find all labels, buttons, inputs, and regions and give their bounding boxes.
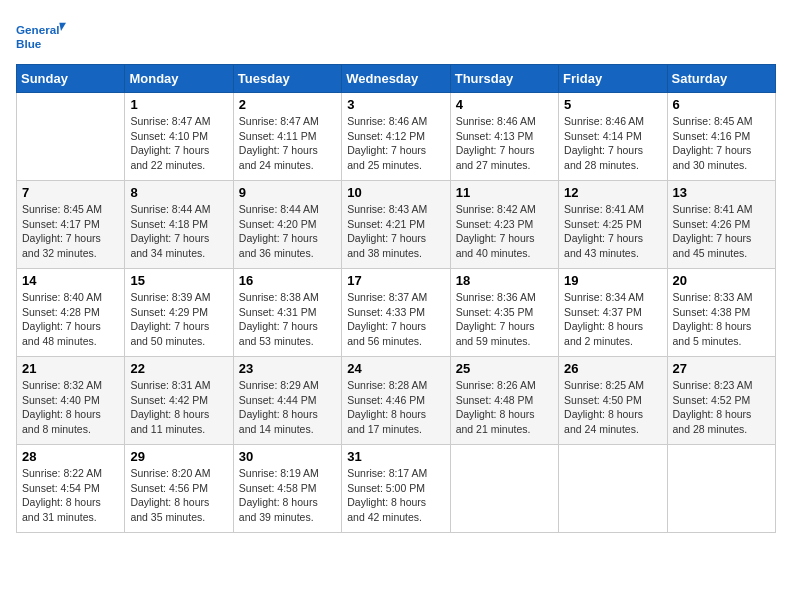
day-info: Sunrise: 8:36 AMSunset: 4:35 PMDaylight:… [456, 290, 553, 349]
calendar-cell: 23Sunrise: 8:29 AMSunset: 4:44 PMDayligh… [233, 357, 341, 445]
day-info: Sunrise: 8:29 AMSunset: 4:44 PMDaylight:… [239, 378, 336, 437]
calendar-cell: 29Sunrise: 8:20 AMSunset: 4:56 PMDayligh… [125, 445, 233, 533]
day-info: Sunrise: 8:46 AMSunset: 4:12 PMDaylight:… [347, 114, 444, 173]
day-number: 11 [456, 185, 553, 200]
day-info: Sunrise: 8:46 AMSunset: 4:13 PMDaylight:… [456, 114, 553, 173]
day-header-friday: Friday [559, 65, 667, 93]
day-number: 13 [673, 185, 770, 200]
calendar-cell: 3Sunrise: 8:46 AMSunset: 4:12 PMDaylight… [342, 93, 450, 181]
calendar-cell: 20Sunrise: 8:33 AMSunset: 4:38 PMDayligh… [667, 269, 775, 357]
day-number: 3 [347, 97, 444, 112]
day-info: Sunrise: 8:23 AMSunset: 4:52 PMDaylight:… [673, 378, 770, 437]
calendar-cell: 25Sunrise: 8:26 AMSunset: 4:48 PMDayligh… [450, 357, 558, 445]
calendar-table: SundayMondayTuesdayWednesdayThursdayFrid… [16, 64, 776, 533]
day-info: Sunrise: 8:26 AMSunset: 4:48 PMDaylight:… [456, 378, 553, 437]
day-number: 2 [239, 97, 336, 112]
day-info: Sunrise: 8:32 AMSunset: 4:40 PMDaylight:… [22, 378, 119, 437]
day-info: Sunrise: 8:19 AMSunset: 4:58 PMDaylight:… [239, 466, 336, 525]
day-info: Sunrise: 8:17 AMSunset: 5:00 PMDaylight:… [347, 466, 444, 525]
day-info: Sunrise: 8:40 AMSunset: 4:28 PMDaylight:… [22, 290, 119, 349]
day-number: 16 [239, 273, 336, 288]
day-number: 14 [22, 273, 119, 288]
day-header-sunday: Sunday [17, 65, 125, 93]
calendar-cell: 5Sunrise: 8:46 AMSunset: 4:14 PMDaylight… [559, 93, 667, 181]
day-info: Sunrise: 8:47 AMSunset: 4:10 PMDaylight:… [130, 114, 227, 173]
calendar-cell: 13Sunrise: 8:41 AMSunset: 4:26 PMDayligh… [667, 181, 775, 269]
day-info: Sunrise: 8:25 AMSunset: 4:50 PMDaylight:… [564, 378, 661, 437]
calendar-cell: 21Sunrise: 8:32 AMSunset: 4:40 PMDayligh… [17, 357, 125, 445]
day-number: 21 [22, 361, 119, 376]
day-number: 19 [564, 273, 661, 288]
day-info: Sunrise: 8:37 AMSunset: 4:33 PMDaylight:… [347, 290, 444, 349]
day-info: Sunrise: 8:46 AMSunset: 4:14 PMDaylight:… [564, 114, 661, 173]
day-info: Sunrise: 8:33 AMSunset: 4:38 PMDaylight:… [673, 290, 770, 349]
day-number: 9 [239, 185, 336, 200]
calendar-cell: 10Sunrise: 8:43 AMSunset: 4:21 PMDayligh… [342, 181, 450, 269]
calendar-cell: 14Sunrise: 8:40 AMSunset: 4:28 PMDayligh… [17, 269, 125, 357]
day-info: Sunrise: 8:31 AMSunset: 4:42 PMDaylight:… [130, 378, 227, 437]
calendar-cell [559, 445, 667, 533]
day-number: 22 [130, 361, 227, 376]
day-header-saturday: Saturday [667, 65, 775, 93]
calendar-cell: 17Sunrise: 8:37 AMSunset: 4:33 PMDayligh… [342, 269, 450, 357]
calendar-cell: 28Sunrise: 8:22 AMSunset: 4:54 PMDayligh… [17, 445, 125, 533]
day-info: Sunrise: 8:39 AMSunset: 4:29 PMDaylight:… [130, 290, 227, 349]
day-info: Sunrise: 8:45 AMSunset: 4:16 PMDaylight:… [673, 114, 770, 173]
calendar-cell: 1Sunrise: 8:47 AMSunset: 4:10 PMDaylight… [125, 93, 233, 181]
day-number: 23 [239, 361, 336, 376]
day-info: Sunrise: 8:41 AMSunset: 4:26 PMDaylight:… [673, 202, 770, 261]
day-number: 10 [347, 185, 444, 200]
calendar-cell: 7Sunrise: 8:45 AMSunset: 4:17 PMDaylight… [17, 181, 125, 269]
day-info: Sunrise: 8:44 AMSunset: 4:20 PMDaylight:… [239, 202, 336, 261]
svg-marker-2 [59, 23, 66, 31]
day-header-tuesday: Tuesday [233, 65, 341, 93]
day-number: 17 [347, 273, 444, 288]
day-info: Sunrise: 8:41 AMSunset: 4:25 PMDaylight:… [564, 202, 661, 261]
calendar-cell: 31Sunrise: 8:17 AMSunset: 5:00 PMDayligh… [342, 445, 450, 533]
day-number: 12 [564, 185, 661, 200]
calendar-cell: 11Sunrise: 8:42 AMSunset: 4:23 PMDayligh… [450, 181, 558, 269]
day-info: Sunrise: 8:42 AMSunset: 4:23 PMDaylight:… [456, 202, 553, 261]
calendar-cell: 8Sunrise: 8:44 AMSunset: 4:18 PMDaylight… [125, 181, 233, 269]
day-info: Sunrise: 8:38 AMSunset: 4:31 PMDaylight:… [239, 290, 336, 349]
day-info: Sunrise: 8:45 AMSunset: 4:17 PMDaylight:… [22, 202, 119, 261]
day-info: Sunrise: 8:20 AMSunset: 4:56 PMDaylight:… [130, 466, 227, 525]
calendar-cell: 22Sunrise: 8:31 AMSunset: 4:42 PMDayligh… [125, 357, 233, 445]
day-number: 20 [673, 273, 770, 288]
calendar-cell: 18Sunrise: 8:36 AMSunset: 4:35 PMDayligh… [450, 269, 558, 357]
day-info: Sunrise: 8:28 AMSunset: 4:46 PMDaylight:… [347, 378, 444, 437]
day-number: 25 [456, 361, 553, 376]
page-header: General Blue [16, 16, 776, 56]
svg-text:Blue: Blue [16, 37, 42, 50]
calendar-cell: 15Sunrise: 8:39 AMSunset: 4:29 PMDayligh… [125, 269, 233, 357]
day-header-thursday: Thursday [450, 65, 558, 93]
day-number: 30 [239, 449, 336, 464]
calendar-cell: 12Sunrise: 8:41 AMSunset: 4:25 PMDayligh… [559, 181, 667, 269]
calendar-cell: 2Sunrise: 8:47 AMSunset: 4:11 PMDaylight… [233, 93, 341, 181]
calendar-cell: 19Sunrise: 8:34 AMSunset: 4:37 PMDayligh… [559, 269, 667, 357]
day-number: 6 [673, 97, 770, 112]
calendar-cell: 27Sunrise: 8:23 AMSunset: 4:52 PMDayligh… [667, 357, 775, 445]
day-info: Sunrise: 8:43 AMSunset: 4:21 PMDaylight:… [347, 202, 444, 261]
calendar-header: SundayMondayTuesdayWednesdayThursdayFrid… [17, 65, 776, 93]
calendar-cell: 16Sunrise: 8:38 AMSunset: 4:31 PMDayligh… [233, 269, 341, 357]
calendar-cell: 9Sunrise: 8:44 AMSunset: 4:20 PMDaylight… [233, 181, 341, 269]
svg-text:General: General [16, 23, 59, 36]
calendar-cell: 26Sunrise: 8:25 AMSunset: 4:50 PMDayligh… [559, 357, 667, 445]
day-number: 15 [130, 273, 227, 288]
day-info: Sunrise: 8:47 AMSunset: 4:11 PMDaylight:… [239, 114, 336, 173]
calendar-cell [450, 445, 558, 533]
day-number: 5 [564, 97, 661, 112]
day-info: Sunrise: 8:44 AMSunset: 4:18 PMDaylight:… [130, 202, 227, 261]
day-number: 27 [673, 361, 770, 376]
calendar-cell: 30Sunrise: 8:19 AMSunset: 4:58 PMDayligh… [233, 445, 341, 533]
calendar-cell [667, 445, 775, 533]
day-number: 28 [22, 449, 119, 464]
logo: General Blue [16, 16, 66, 56]
calendar-cell [17, 93, 125, 181]
day-number: 7 [22, 185, 119, 200]
calendar-cell: 24Sunrise: 8:28 AMSunset: 4:46 PMDayligh… [342, 357, 450, 445]
logo-svg: General Blue [16, 16, 66, 56]
day-header-monday: Monday [125, 65, 233, 93]
day-number: 8 [130, 185, 227, 200]
